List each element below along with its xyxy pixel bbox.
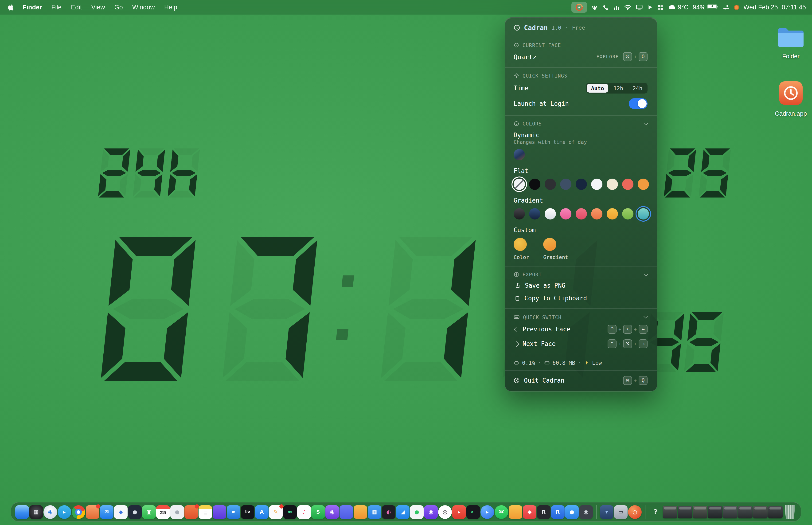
save-as-png-button[interactable]: Save as PNG [505, 279, 657, 292]
time-option-auto[interactable]: Auto [587, 84, 608, 93]
copy-to-clipboard-button[interactable]: Copy to Clipboard [505, 292, 657, 304]
wifi-icon[interactable] [624, 4, 632, 11]
dock-mail[interactable]: ✉ [100, 505, 113, 519]
menubar-clock[interactable]: Wed Feb 25 07:11:45 [744, 4, 806, 11]
dock-window-thumbnail[interactable] [768, 506, 783, 518]
launch-at-login-toggle[interactable] [629, 98, 647, 109]
dock-design-app[interactable]: ✎ [269, 505, 282, 519]
dock-window-thumbnail[interactable] [663, 506, 677, 518]
export-header[interactable]: EXPORT [505, 268, 657, 279]
dock-red-media-app[interactable]: ▸ [452, 505, 466, 519]
swatch-flat-slate[interactable] [560, 179, 571, 190]
swatch-gradient-navy[interactable] [529, 208, 540, 220]
dock-notes[interactable]: ≡ [199, 505, 212, 519]
dock-blue-r-app[interactable]: R [551, 505, 565, 519]
dock-facetime[interactable]: ▣ [142, 505, 156, 519]
dock-window-thumbnail[interactable] [693, 506, 707, 518]
swatch-flat-orange[interactable] [638, 179, 649, 190]
dock-loom[interactable]: ◉ [424, 505, 438, 519]
paw-icon[interactable] [592, 4, 598, 11]
swatch-flat-cream[interactable] [607, 179, 618, 190]
dock-safari[interactable]: ◉ [44, 505, 57, 519]
colors-header[interactable]: COLORS [505, 117, 657, 128]
dock-gray-utility-app[interactable]: ◉ [579, 505, 593, 519]
desktop-icon-cadran-app[interactable]: Cadran.app [771, 81, 811, 117]
menu-file[interactable]: File [47, 4, 66, 11]
dock-window-thumbnail[interactable] [708, 506, 722, 518]
weather-item[interactable]: 9°C [669, 3, 688, 11]
swatch-gradient-green[interactable] [622, 208, 633, 220]
swatch-gradient-rose[interactable] [576, 208, 587, 220]
apple-icon[interactable] [7, 3, 14, 11]
dock-apple-tv[interactable]: tv [241, 505, 255, 519]
dock-trash[interactable] [783, 505, 797, 519]
dock-messenger[interactable]: ▸ [480, 505, 494, 519]
swatch-gradient-white[interactable] [545, 208, 556, 220]
record-dot-icon[interactable] [734, 5, 739, 10]
stats-icon[interactable] [613, 4, 620, 11]
dock-window-thumbnail[interactable] [723, 506, 737, 518]
cadran-menubar-icon[interactable] [572, 2, 587, 13]
dock-window-thumbnail[interactable] [678, 506, 692, 518]
display-icon[interactable] [636, 4, 643, 11]
swatch-gradient-teal[interactable] [638, 208, 649, 220]
dock-terminal[interactable]: >_ [466, 505, 480, 519]
time-option-12h[interactable]: 12h [609, 84, 628, 93]
dock-claude[interactable] [86, 505, 99, 519]
dock-discord[interactable] [339, 505, 353, 519]
dock-raycast[interactable]: ◆ [523, 505, 536, 519]
swatch-gradient-coral[interactable] [591, 208, 602, 220]
explore-button[interactable]: EXPLORE [596, 54, 619, 59]
dock-cadran-dock[interactable]: ○ [628, 505, 642, 519]
time-option-24h[interactable]: 24h [628, 84, 647, 93]
dock-chatgpt[interactable]: ◎ [438, 505, 452, 519]
dock-app-store[interactable]: A [255, 505, 269, 519]
swatch-flat-graphite[interactable] [545, 179, 556, 190]
dock-blue-wave-app[interactable]: ≈ [227, 505, 240, 519]
dock-green-dot-app[interactable]: ● [410, 505, 424, 519]
dock-launchpad[interactable]: ▦ [29, 505, 43, 519]
dock-telegram[interactable]: ▸ [58, 505, 71, 519]
dock-figma[interactable]: ◐ [382, 505, 395, 519]
swatch-dynamic[interactable] [514, 149, 525, 160]
swatch-flat-white[interactable] [591, 179, 602, 190]
quit-cadran-button[interactable]: Quit Cadran ⌘+ Q [505, 371, 657, 391]
battery-item[interactable]: 94% [693, 4, 719, 11]
swatch-flat-navy[interactable] [576, 179, 587, 190]
current-face-row[interactable]: Quartz EXPLORE ⌘ + O [505, 50, 657, 63]
dock-display-settings[interactable]: ▭ [614, 505, 628, 519]
play-icon[interactable] [647, 4, 654, 10]
dock-music[interactable]: ♪ [297, 505, 311, 519]
dock-vscode[interactable]: ◢ [396, 505, 410, 519]
dock-help[interactable]: ? [649, 505, 662, 519]
dock-chrome[interactable] [72, 505, 85, 519]
dock-blue-chart-app[interactable]: ▦ [368, 505, 381, 519]
desktop-icon-folder[interactable]: Folder [771, 26, 811, 60]
swatch-gradient-amber[interactable] [607, 208, 618, 220]
dock-yellow-doc-app[interactable] [354, 505, 367, 519]
dock-window-thumbnail[interactable] [753, 506, 768, 518]
dock-audio-analyzer[interactable]: ≈ [283, 505, 297, 519]
swatch-flat-salmon[interactable] [622, 179, 633, 190]
quick-switch-header[interactable]: QUICK SWITCH [505, 310, 657, 322]
dock-downloads-folder[interactable]: ▾ [600, 505, 613, 519]
dock-dark-r-app[interactable]: R [537, 505, 551, 519]
dock-finder[interactable] [15, 505, 29, 519]
phone-icon[interactable] [603, 4, 609, 11]
menu-app-name[interactable]: Finder [18, 4, 47, 11]
dock-green-s-app[interactable]: S [311, 505, 325, 519]
swatch-gradient-graphite[interactable] [514, 208, 525, 220]
swatch-flat-auto[interactable] [514, 179, 525, 190]
menu-go[interactable]: Go [110, 4, 127, 11]
swatch-custom-color[interactable] [514, 238, 527, 251]
swatch-gradient-pink[interactable] [560, 208, 571, 220]
dock-contacts[interactable]: ● [170, 505, 184, 519]
dock-purple-app[interactable] [213, 505, 226, 519]
menu-view[interactable]: View [87, 4, 110, 11]
next-face-button[interactable]: Next Face ^+ ⌥+ → [505, 336, 657, 351]
dock-calendar[interactable]: 25 [156, 505, 170, 519]
previous-face-button[interactable]: Previous Face ^+ ⌥+ ← [505, 322, 657, 336]
dock-podcasts[interactable]: ◉ [325, 505, 339, 519]
swatch-custom-gradient[interactable] [543, 238, 556, 251]
swatch-flat-black[interactable] [529, 179, 540, 190]
